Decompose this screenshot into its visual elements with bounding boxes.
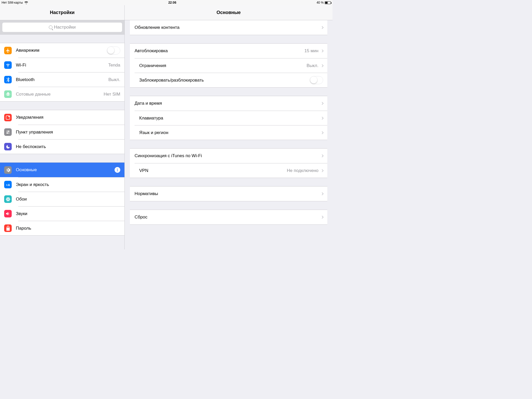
detail-row-язык-и-регион[interactable]: Язык и регион	[135, 125, 327, 140]
chevron-right-icon	[321, 26, 323, 29]
display-icon: AA	[4, 181, 12, 188]
detail-row-синхронизация-с-itunes-по-wi-fi[interactable]: Синхронизация с iTunes по Wi-Fi	[130, 149, 327, 163]
svg-point-5	[8, 132, 9, 133]
chevron-right-icon	[321, 49, 323, 52]
general-icon	[4, 166, 12, 174]
sidebar-item-wifi[interactable]: Wi-FiTenda	[18, 58, 124, 72]
sidebar-item-dnd[interactable]: Не беспокоить	[18, 139, 124, 154]
airplane-icon	[4, 47, 12, 54]
detail-row-ограничения[interactable]: ОграниченияВыкл.	[135, 58, 327, 73]
sidebar-item-bluetooth[interactable]: BluetoothВыкл.	[18, 72, 124, 87]
chevron-right-icon	[321, 64, 323, 67]
detail-row-дата-и-время[interactable]: Дата и время	[130, 96, 327, 111]
notifications-icon	[4, 114, 12, 121]
badge: 1	[115, 167, 120, 173]
detail-title: Основные	[216, 10, 241, 15]
chevron-right-icon	[321, 102, 323, 105]
sidebar-header: Настройки	[0, 5, 124, 20]
clock: 22:06	[168, 1, 176, 4]
detail-row-label: Автоблокировка	[135, 48, 302, 54]
detail-row-label: Обновление контента	[135, 25, 318, 30]
bluetooth-icon	[4, 76, 12, 83]
sidebar-item-notifications[interactable]: Уведомления	[0, 110, 124, 125]
cellular-icon	[4, 90, 12, 98]
battery-icon	[325, 1, 331, 4]
sidebar-item-label: Пункт управления	[16, 130, 120, 135]
chevron-right-icon	[321, 131, 323, 134]
sidebar-item-label: Авиарежим	[16, 48, 107, 53]
sidebar-item-label: Сотовые данные	[16, 92, 102, 97]
svg-text:A: A	[8, 183, 10, 187]
detail-row-label: Клавиатура	[139, 116, 318, 121]
search-input[interactable]: Настройки	[2, 23, 122, 32]
detail-list: Обновление контентаАвтоблокировка15 минО…	[125, 20, 332, 249]
detail-row-label: Сброс	[135, 215, 318, 220]
chevron-right-icon	[321, 154, 323, 157]
detail-row-клавиатура[interactable]: Клавиатура	[135, 111, 327, 125]
sidebar-item-label: Не беспокоить	[16, 144, 120, 149]
detail-row-label: Язык и регион	[139, 130, 318, 135]
chevron-right-icon	[321, 169, 323, 172]
search-icon	[49, 25, 52, 29]
detail-row-нормативы[interactable]: Нормативы	[130, 187, 327, 201]
sidebar-item-label: Bluetooth	[16, 77, 106, 82]
detail-row-сброс[interactable]: Сброс	[130, 210, 327, 224]
sidebar-item-general[interactable]: Основные1	[0, 163, 124, 177]
search-placeholder: Настройки	[54, 25, 76, 30]
wallpaper-icon	[4, 195, 12, 203]
sidebar-item-value: Нет SIM	[104, 92, 120, 97]
detail-row-label: Заблокировать/разблокировать	[139, 78, 310, 83]
battery-percent: 40 %	[317, 1, 324, 4]
wifi-icon	[4, 61, 12, 69]
svg-point-4	[7, 131, 8, 131]
sidebar-title: Настройки	[50, 10, 75, 15]
control-center-icon	[4, 128, 12, 136]
detail-row-label: Дата и время	[135, 101, 318, 106]
wifi-icon	[24, 1, 28, 4]
detail-pane: Основные Обновление контентаАвтоблокиров…	[125, 5, 332, 249]
detail-row-label: Нормативы	[135, 191, 318, 196]
carrier-text: Нет SIM-карты	[2, 1, 23, 4]
sidebar-item-cellular: Сотовые данныеНет SIM	[18, 87, 124, 101]
dnd-icon	[4, 143, 12, 150]
sidebar-item-label: Уведомления	[16, 115, 120, 120]
detail-row-автоблокировка[interactable]: Автоблокировка15 мин	[130, 44, 327, 58]
sidebar-item-label: Пароль	[16, 226, 120, 231]
sidebar-list: АвиарежимWi-FiTendaBluetoothВыкл.Сотовые…	[0, 35, 124, 249]
chevron-right-icon	[321, 216, 323, 218]
svg-point-9	[7, 198, 9, 200]
detail-row-обновление-контента[interactable]: Обновление контента	[130, 20, 327, 35]
sidebar-item-label: Звуки	[16, 211, 120, 216]
detail-row-vpn[interactable]: VPNНе подключено	[135, 163, 327, 178]
detail-row-label: Синхронизация с iTunes по Wi-Fi	[135, 153, 318, 158]
sidebar-item-value: Выкл.	[108, 77, 120, 82]
sidebar-item-wallpaper[interactable]: Обои	[18, 192, 124, 206]
detail-row-value: Выкл.	[307, 63, 318, 68]
sidebar-item-sounds[interactable]: Звуки	[18, 206, 124, 221]
chevron-right-icon	[321, 192, 323, 195]
sidebar-item-display[interactable]: AAЭкран и яркость	[18, 177, 124, 192]
detail-row-label: VPN	[139, 168, 285, 173]
sidebar-item-value: Tenda	[108, 63, 120, 68]
toggle[interactable]	[107, 46, 120, 55]
svg-point-1	[8, 116, 10, 117]
detail-row-value: 15 мин	[304, 48, 318, 54]
passcode-icon	[4, 224, 12, 232]
sidebar-item-label: Основные	[16, 167, 115, 172]
sounds-icon	[4, 210, 12, 217]
sidebar-item-label: Экран и яркость	[16, 182, 120, 187]
sidebar: Настройки Настройки АвиарежимWi-FiTendaB…	[0, 5, 125, 249]
detail-header: Основные	[125, 5, 332, 20]
detail-row-label: Ограничения	[139, 63, 304, 68]
svg-text:A: A	[6, 184, 8, 186]
sidebar-item-control-center[interactable]: Пункт управления	[18, 125, 124, 139]
sidebar-item-label: Обои	[16, 197, 120, 202]
svg-point-6	[7, 169, 9, 171]
toggle[interactable]	[310, 76, 323, 84]
status-bar: Нет SIM-карты 22:06 40 %	[0, 0, 332, 5]
detail-row-заблокировать-разблокировать[interactable]: Заблокировать/разблокировать	[135, 73, 327, 87]
chevron-right-icon	[321, 117, 323, 119]
sidebar-item-airplane[interactable]: Авиарежим	[0, 43, 124, 58]
sidebar-item-label: Wi-Fi	[16, 63, 106, 68]
sidebar-item-passcode[interactable]: Пароль	[18, 221, 124, 235]
